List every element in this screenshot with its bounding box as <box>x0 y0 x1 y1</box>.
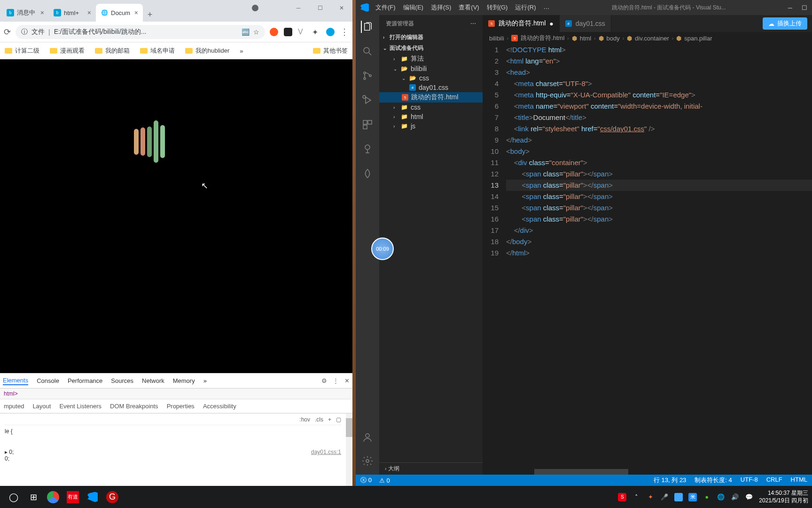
cursor-position[interactable]: 行 13, 列 23 <box>654 476 686 484</box>
cloud-icon[interactable] <box>674 493 683 501</box>
cls-toggle[interactable]: .cls <box>315 416 323 423</box>
crumb[interactable]: html <box>580 35 592 42</box>
bookmark-item[interactable]: 域名申请 <box>140 47 175 55</box>
bookmark-item[interactable]: 计算二级 <box>5 47 39 55</box>
tree-icon[interactable] <box>361 143 374 155</box>
close-icon[interactable]: × <box>134 9 138 16</box>
taskview-icon[interactable]: ⊞ <box>23 487 43 507</box>
subtab[interactable]: Event Listeners <box>59 403 102 410</box>
chevron-up-icon[interactable]: ˄ <box>632 493 640 501</box>
open-editors-section[interactable]: ›打开的编辑器 <box>379 32 483 43</box>
devtools-tab-elements[interactable]: Elements <box>3 377 28 385</box>
account-icon[interactable] <box>361 431 374 444</box>
outline-section[interactable]: › 大纲 <box>379 462 483 475</box>
tree-file-selected[interactable]: 5跳动的音符.html <box>379 92 483 103</box>
bookmark-item[interactable]: 漫画观看 <box>50 47 85 55</box>
tray-icon[interactable]: ✦ <box>646 493 655 501</box>
ext-icon-3[interactable]: V <box>298 28 306 36</box>
kebab-icon[interactable]: ⋮ <box>340 27 349 37</box>
editor-tab-active[interactable]: 5 跳动的音符.html ● <box>483 15 560 32</box>
speaker-icon[interactable]: 🔊 <box>731 493 739 501</box>
tab-2[interactable]: b html+ × <box>49 4 96 22</box>
tree-folder[interactable]: ⌄📂css <box>379 73 483 83</box>
ext-icon-2[interactable] <box>284 28 292 36</box>
mic-icon[interactable]: 🎤 <box>660 493 669 501</box>
css-prop[interactable]: 0; <box>5 455 9 462</box>
horizontal-scrollbar[interactable] <box>506 469 812 475</box>
subtab[interactable]: DOM Breakpoints <box>110 403 158 410</box>
subtab[interactable]: Accessibility <box>203 403 236 410</box>
code-content[interactable]: <!DOCTYPE html> <html lang="en"> <head> … <box>506 44 812 469</box>
close-icon[interactable]: × <box>40 9 44 16</box>
devtools-tab-memory[interactable]: Memory <box>173 377 195 384</box>
window-divider[interactable] <box>352 0 356 486</box>
youdao-icon[interactable]: 有道 <box>63 487 83 507</box>
netease-icon[interactable]: G <box>102 487 122 507</box>
tree-folder[interactable]: ⌄📂bilibili <box>379 64 483 73</box>
add-rule-icon[interactable]: + <box>328 416 331 423</box>
upload-button[interactable]: ☁ 插换上传 <box>763 17 807 30</box>
subtab[interactable]: Layout <box>32 403 51 410</box>
close-icon[interactable]: × <box>87 9 91 16</box>
indent-setting[interactable]: 制表符长度: 4 <box>695 476 732 484</box>
crumb[interactable]: bilibili <box>489 35 504 42</box>
hov-toggle[interactable]: :hov <box>299 416 310 423</box>
menu-view[interactable]: 查看(V) <box>459 3 479 12</box>
maximize-button[interactable]: ☐ <box>802 4 807 11</box>
tree-folder[interactable]: ›📁html <box>379 112 483 121</box>
crumb[interactable]: 跳动的音符.html <box>521 34 564 42</box>
extensions-icon[interactable]: ✦ <box>312 28 320 36</box>
tab-3-active[interactable]: 🌐 Docum × <box>96 4 143 22</box>
devtools-tab-performance[interactable]: Performance <box>68 377 102 384</box>
system-clock[interactable]: 14:50:37 星期三 2021/5/19日 四月初 <box>759 490 808 504</box>
close-devtools-icon[interactable]: ✕ <box>344 377 350 384</box>
subtab[interactable]: mputed <box>4 403 24 410</box>
explorer-icon[interactable] <box>361 21 373 33</box>
errors-badge[interactable]: ⓧ 0 <box>360 476 372 484</box>
tray-icon[interactable]: 米 <box>688 493 697 501</box>
extensions-icon[interactable] <box>361 119 374 131</box>
devtools-tab-network[interactable]: Network <box>142 377 164 384</box>
tree-file[interactable]: #day01.css <box>379 83 483 92</box>
gear-icon[interactable]: ⚙ <box>321 377 327 384</box>
project-root[interactable]: ⌄面试准备代码 <box>379 43 483 54</box>
scrollbar-thumb[interactable] <box>346 418 352 437</box>
tab-1[interactable]: b 消息中 × <box>2 4 49 22</box>
network-icon[interactable]: 🌐 <box>717 493 725 501</box>
menu-more[interactable]: … <box>543 3 549 12</box>
ext-icon-4[interactable] <box>326 28 335 36</box>
debug-icon[interactable] <box>361 94 374 106</box>
editor-tab[interactable]: # day01.css <box>560 15 611 32</box>
url-field[interactable]: ⓘ 文件 | E:/面试准备代码/bilibili/跳动的... 🔤 ☆ <box>16 25 265 39</box>
close-window-button[interactable]: ✕ <box>331 0 352 16</box>
eol[interactable]: CRLF <box>766 476 782 484</box>
start-icon[interactable]: ◯ <box>4 487 23 507</box>
box-icon[interactable]: ▢ <box>336 416 341 423</box>
css-rule[interactable]: le { <box>5 428 13 435</box>
menu-goto[interactable]: 转到(G) <box>487 3 508 12</box>
more-icon[interactable]: ⋯ <box>470 20 476 27</box>
menu-run[interactable]: 运行(R) <box>515 3 536 12</box>
bookmarks-overflow[interactable]: » <box>240 48 243 55</box>
search-icon[interactable] <box>361 45 374 57</box>
css-source-link[interactable]: day01.css:1 <box>311 449 341 455</box>
translate-icon[interactable]: 🔤 <box>242 28 250 36</box>
other-bookmarks[interactable]: 其他书签 <box>313 47 348 55</box>
tree-folder[interactable]: ›📁算法 <box>379 54 483 64</box>
minimize-button[interactable]: ─ <box>788 4 792 11</box>
new-tab-button[interactable]: + <box>143 8 157 22</box>
css-prop[interactable]: ▸ 0; <box>5 449 14 455</box>
leaf-icon[interactable] <box>361 167 374 180</box>
menu-edit[interactable]: 编辑(E) <box>403 3 423 12</box>
tree-folder[interactable]: ›📁js <box>379 121 483 131</box>
subtab[interactable]: Properties <box>167 403 195 410</box>
action-center-icon[interactable]: 💬 <box>745 493 753 501</box>
code-editor[interactable]: 12345678910111213141516171819 <!DOCTYPE … <box>483 44 812 469</box>
bookmark-item[interactable]: 我的hublider <box>185 47 229 55</box>
scrollbar-thumb[interactable] <box>534 469 628 475</box>
kebab-icon[interactable]: ⋮ <box>333 377 339 384</box>
language-mode[interactable]: HTML <box>791 476 807 484</box>
crumb[interactable]: span.pillar <box>684 35 712 42</box>
gear-icon[interactable] <box>361 455 374 467</box>
media-indicator-icon[interactable] <box>252 5 258 11</box>
